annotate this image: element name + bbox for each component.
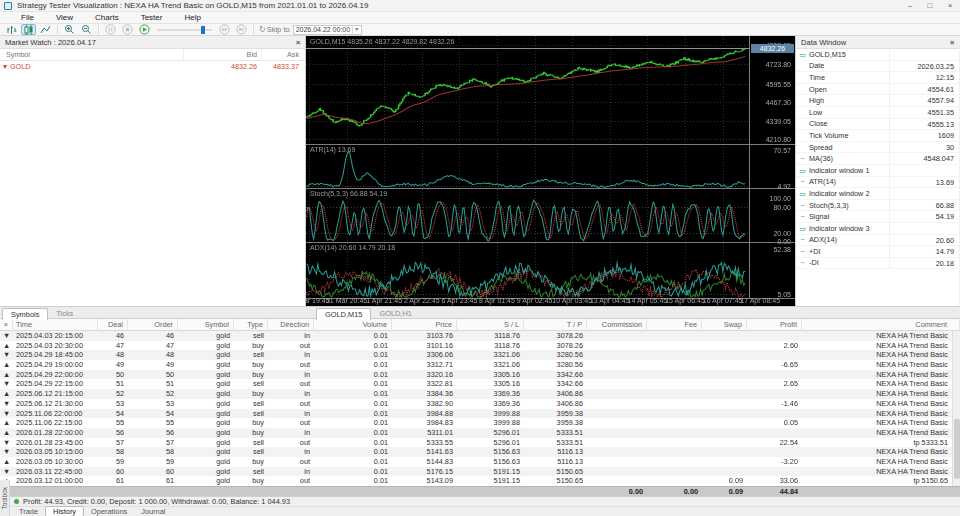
bottom-tab-journal[interactable]: Journal bbox=[134, 507, 172, 516]
data-window-field-value: 13.69 bbox=[889, 177, 959, 188]
start-button[interactable] bbox=[137, 24, 152, 35]
market-watch-close-icon[interactable]: × bbox=[291, 38, 305, 47]
history-row[interactable]: ▲2025.04.29 19:00:004949goldbuyout0.0133… bbox=[0, 360, 960, 370]
history-row[interactable]: ▼2025.04.03 20:15:004646goldsellin0.0131… bbox=[0, 331, 960, 341]
column-header-symbol[interactable]: Symbol bbox=[178, 319, 234, 331]
bottom-tab-operations[interactable]: Operations bbox=[84, 507, 134, 516]
chart-candles-button[interactable] bbox=[21, 24, 36, 35]
skip-end-button[interactable] bbox=[234, 24, 249, 35]
indicator-icon: ~ bbox=[796, 200, 809, 211]
cell-deal: 56 bbox=[98, 428, 128, 438]
menu-item-help[interactable]: Help bbox=[173, 12, 211, 24]
cell-deal: 49 bbox=[98, 360, 128, 370]
speed-slider[interactable] bbox=[157, 25, 212, 34]
toolbox-side-tab[interactable]: Toolbox bbox=[0, 480, 10, 516]
column-header-type[interactable]: Type bbox=[234, 319, 268, 331]
history-row[interactable]: ▲2025.06.12 21:15:005252goldbuyin0.01338… bbox=[0, 389, 960, 399]
history-row[interactable]: ▼2025.04.29 22:15:005151goldsellout0.013… bbox=[0, 379, 960, 389]
maximize-button[interactable]: □ bbox=[920, 0, 940, 12]
bottom-tab-trade[interactable]: Trade bbox=[12, 507, 45, 516]
sell-deal-icon: ▼ bbox=[0, 438, 13, 448]
cell-time: 2025.04.29 22:00:00 bbox=[13, 370, 98, 380]
column-header-direction[interactable]: Direction bbox=[268, 319, 314, 331]
market-watch-row[interactable]: ▼GOLD4832.264833.37 bbox=[0, 61, 305, 72]
column-header-sl[interactable]: S / L bbox=[457, 319, 524, 331]
history-row[interactable]: ▲2025.04.29 22:00:005050goldbuyin0.01332… bbox=[0, 370, 960, 380]
chart-bars-button[interactable] bbox=[4, 24, 19, 35]
cell-price: 5141.63 bbox=[392, 447, 457, 457]
cell-profit: 0.05 bbox=[747, 418, 802, 428]
cell-tp: 3959.38 bbox=[524, 418, 587, 428]
history-row[interactable]: ▼2025.06.12 21:30:005353goldsellout0.013… bbox=[0, 399, 960, 409]
cell-symbol: gold bbox=[178, 428, 234, 438]
pause-button[interactable] bbox=[103, 24, 118, 35]
data-window-close-icon[interactable]: × bbox=[945, 38, 959, 47]
column-header-deal[interactable]: Deal bbox=[98, 319, 128, 331]
fast-forward-icon bbox=[219, 24, 230, 35]
buy-deal-icon: ▲ bbox=[0, 341, 13, 351]
history-row[interactable]: ▲2026.03.12 01:00:006161goldbuyout0.0151… bbox=[0, 476, 960, 486]
scrollbar-thumb[interactable] bbox=[954, 419, 960, 479]
table-close-icon[interactable]: × bbox=[0, 319, 13, 331]
chart-area[interactable]: GOLD,M15 4835.26 4837.22 4829.82 4832.26… bbox=[306, 36, 795, 306]
data-window-row: Low4551.35 bbox=[796, 107, 959, 119]
bottom-tab-history[interactable]: History bbox=[45, 506, 84, 516]
cell-tp: 3406.86 bbox=[524, 389, 587, 399]
menu-item-charts[interactable]: Charts bbox=[84, 12, 130, 24]
column-header-fee[interactable]: Fee bbox=[647, 319, 702, 331]
column-header-volume[interactable]: Volume bbox=[314, 319, 392, 331]
speed-slider-handle[interactable] bbox=[201, 26, 205, 34]
total-profit: 44.84 bbox=[747, 487, 802, 497]
zoom-out-button[interactable] bbox=[79, 24, 94, 35]
indicator-icon: ~ bbox=[796, 257, 809, 268]
zoom-in-button[interactable] bbox=[62, 24, 77, 35]
cell-direction: in bbox=[268, 467, 314, 477]
chart-canvas[interactable] bbox=[306, 36, 795, 306]
column-header-profit[interactable]: Profit bbox=[747, 319, 802, 331]
close-button[interactable]: × bbox=[940, 0, 960, 12]
cell-type: buy bbox=[234, 418, 268, 428]
column-header-comment[interactable]: Comment bbox=[802, 319, 960, 331]
history-row[interactable]: ▼2026.03.05 10:15:005858goldsellin0.0151… bbox=[0, 447, 960, 457]
cell-price: 5143.09 bbox=[392, 476, 457, 486]
minimize-button[interactable]: – bbox=[900, 0, 920, 12]
cell-fee bbox=[647, 476, 702, 486]
skip-to-dropdown[interactable]: ▾ bbox=[352, 25, 361, 34]
fast-forward-button[interactable] bbox=[217, 24, 232, 35]
skip-to-input[interactable] bbox=[294, 26, 352, 33]
history-row[interactable]: ▲2025.04.03 20:30:004747goldbuyout0.0131… bbox=[0, 341, 960, 351]
menu-item-view[interactable]: View bbox=[45, 12, 84, 24]
menu-item-file[interactable]: File bbox=[10, 12, 45, 24]
data-window-field-value: 30 bbox=[889, 142, 959, 153]
column-header-time[interactable]: Time bbox=[13, 319, 98, 331]
column-header-swap[interactable]: Swap bbox=[702, 319, 747, 331]
menu-item-tester[interactable]: Tester bbox=[130, 12, 174, 24]
window-title: Strategy Tester Visualization : NEXA HA … bbox=[17, 1, 368, 10]
history-row[interactable]: ▼2026.01.28 23:45:005757goldsellout0.015… bbox=[0, 438, 960, 448]
table-scrollbar[interactable] bbox=[952, 331, 960, 486]
tab-symbols[interactable]: Symbols bbox=[2, 308, 48, 320]
chart-tab-gold-m15[interactable]: GOLD,M15 bbox=[316, 308, 371, 320]
history-row[interactable]: ▼2025.11.06 22:00:005454goldsellin0.0139… bbox=[0, 409, 960, 419]
column-header-tp[interactable]: T / P bbox=[524, 319, 587, 331]
history-row[interactable]: ▼2026.03.11 22:45:006060goldsellin0.0151… bbox=[0, 467, 960, 477]
total-commission: 0.00 bbox=[587, 487, 647, 497]
cell-deal: 48 bbox=[98, 350, 128, 360]
cell-sl: 3999.88 bbox=[457, 418, 524, 428]
data-window-field-value: 4551.35 bbox=[889, 107, 959, 118]
history-row[interactable]: ▲2026.03.05 10:30:005959goldbuyout0.0151… bbox=[0, 457, 960, 467]
cell-direction: in bbox=[268, 370, 314, 380]
stop-button[interactable] bbox=[120, 24, 135, 35]
cell-swap bbox=[702, 447, 747, 457]
chart-tab-gold-h1[interactable]: GOLD,H1 bbox=[371, 308, 419, 320]
column-header-commission[interactable]: Commission bbox=[587, 319, 647, 331]
history-row[interactable]: ▼2025.04.29 18:45:004848goldsellin0.0133… bbox=[0, 350, 960, 360]
chart-line-button[interactable] bbox=[38, 24, 53, 35]
column-header-order[interactable]: Order bbox=[128, 319, 178, 331]
tab-ticks[interactable]: Ticks bbox=[48, 308, 81, 320]
cell-comment: NEXA HA Trend Basic bbox=[802, 360, 960, 370]
skip-to-field: ▾ bbox=[293, 25, 362, 35]
history-row[interactable]: ▲2025.11.06 22:15:005555goldbuyout0.0139… bbox=[0, 418, 960, 428]
history-row[interactable]: ▲2026.01.28 22:00:005656goldbuyin0.01531… bbox=[0, 428, 960, 438]
column-header-price[interactable]: Price bbox=[392, 319, 457, 331]
